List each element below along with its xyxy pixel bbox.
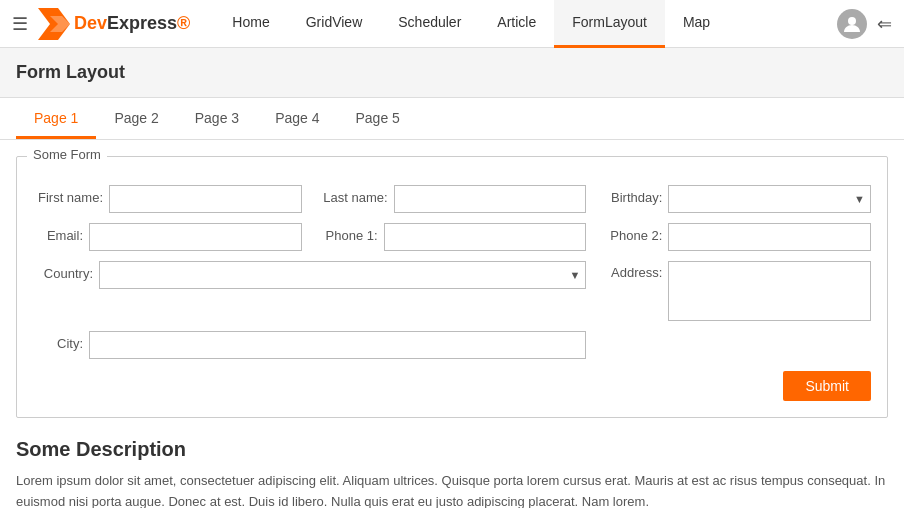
email-label: Email: xyxy=(33,223,83,243)
submit-button[interactable]: Submit xyxy=(783,371,871,401)
tab-page2[interactable]: Page 2 xyxy=(96,98,176,139)
phone1-label: Phone 1: xyxy=(318,223,378,243)
first-name-input[interactable] xyxy=(109,185,302,213)
last-name-row: Last name: xyxy=(318,185,587,213)
form-legend: Some Form xyxy=(27,147,107,162)
nav-right: ⇐ xyxy=(837,9,892,39)
city-input[interactable] xyxy=(89,331,586,359)
first-name-label: First name: xyxy=(33,185,103,205)
birthday-select[interactable] xyxy=(668,185,871,213)
logo-icon xyxy=(38,8,70,40)
navbar: ☰ DevExpress® Home GridView Scheduler Ar… xyxy=(0,0,904,48)
email-row: Email: xyxy=(33,223,302,251)
country-select-wrapper: ▼ xyxy=(99,261,586,289)
phone1-row: Phone 1: xyxy=(318,223,587,251)
country-row: Country: ▼ xyxy=(33,261,586,321)
page-title: Form Layout xyxy=(16,62,888,83)
svg-point-2 xyxy=(848,17,856,25)
description-title: Some Description xyxy=(16,438,888,461)
form-card: Some Form First name: Last name: Birthda… xyxy=(16,156,888,418)
nav-links: Home GridView Scheduler Article FormLayo… xyxy=(214,0,837,48)
tab-page1[interactable]: Page 1 xyxy=(16,98,96,139)
first-name-row: First name: xyxy=(33,185,302,213)
nav-gridview[interactable]: GridView xyxy=(288,0,381,48)
phone2-label: Phone 2: xyxy=(602,223,662,243)
nav-scheduler[interactable]: Scheduler xyxy=(380,0,479,48)
last-name-input[interactable] xyxy=(394,185,587,213)
country-select[interactable] xyxy=(99,261,586,289)
tab-page4[interactable]: Page 4 xyxy=(257,98,337,139)
tab-page5[interactable]: Page 5 xyxy=(338,98,418,139)
user-avatar[interactable] xyxy=(837,9,867,39)
description-text: Lorem ipsum dolor sit amet, consectetuer… xyxy=(16,471,888,508)
address-row: Address: xyxy=(602,261,871,321)
logo: DevExpress® xyxy=(38,8,190,40)
city-label: City: xyxy=(33,331,83,351)
birthday-select-wrapper: ▼ xyxy=(668,185,871,213)
page-header: Form Layout xyxy=(0,48,904,98)
birthday-label: Birthday: xyxy=(602,185,662,205)
nav-article[interactable]: Article xyxy=(479,0,554,48)
phone1-input[interactable] xyxy=(384,223,587,251)
hamburger-icon[interactable]: ☰ xyxy=(12,13,28,35)
form-actions: Submit xyxy=(33,371,871,401)
phone2-input[interactable] xyxy=(668,223,871,251)
city-row: City: xyxy=(33,331,586,359)
nav-menu-icon[interactable]: ⇐ xyxy=(877,13,892,35)
email-input[interactable] xyxy=(89,223,302,251)
country-label: Country: xyxy=(33,261,93,281)
logo-text: DevExpress® xyxy=(74,13,190,34)
nav-formlayout[interactable]: FormLayout xyxy=(554,0,665,48)
phone2-row: Phone 2: xyxy=(602,223,871,251)
nav-map[interactable]: Map xyxy=(665,0,728,48)
birthday-row: Birthday: ▼ xyxy=(602,185,871,213)
description-section: Some Description Lorem ipsum dolor sit a… xyxy=(16,438,888,508)
main-content: Some Form First name: Last name: Birthda… xyxy=(0,140,904,508)
tab-page3[interactable]: Page 3 xyxy=(177,98,257,139)
tabs-bar: Page 1 Page 2 Page 3 Page 4 Page 5 xyxy=(0,98,904,140)
address-input[interactable] xyxy=(668,261,871,321)
nav-home[interactable]: Home xyxy=(214,0,287,48)
address-label: Address: xyxy=(602,261,662,280)
last-name-label: Last name: xyxy=(318,185,388,205)
